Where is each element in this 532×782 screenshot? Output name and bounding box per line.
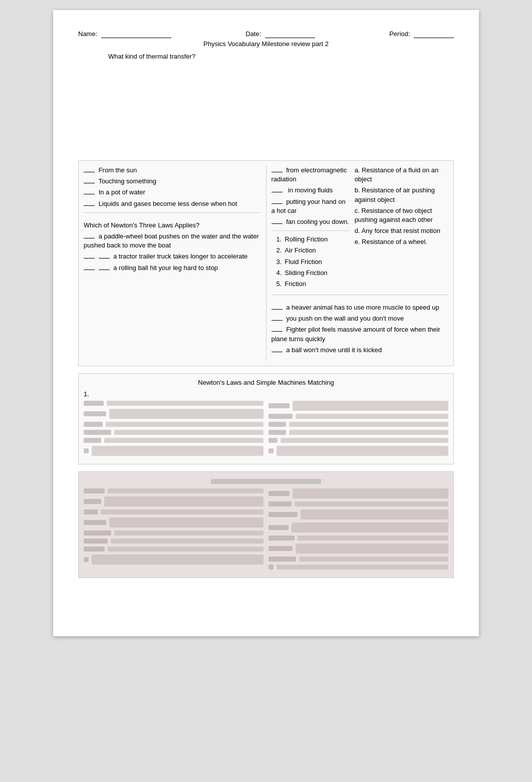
friction-numbered-list: 1. Rolling Friction 2. Air Friction 3. F… xyxy=(277,235,350,289)
thermal-items-right: from electromagnetic radiation in moving… xyxy=(272,166,350,226)
blurred-item xyxy=(84,531,263,536)
blurred-section-2 xyxy=(78,471,454,578)
list-item: 3. Fluid Friction xyxy=(277,257,350,267)
section-number: 1. xyxy=(84,390,448,398)
blurred-item xyxy=(269,509,448,519)
blurred-col-1 xyxy=(84,401,263,459)
newton-right: a heaver animal has to use more muscle t… xyxy=(272,299,449,361)
blurred-item xyxy=(269,501,448,506)
list-item: c. Resistance of two object pushing agai… xyxy=(355,206,448,224)
blurred-item xyxy=(269,536,448,541)
list-item: b. Resistance of air pushing against obj… xyxy=(355,186,448,204)
blurred-col-4 xyxy=(269,488,448,573)
divider xyxy=(272,295,449,295)
blurred-item xyxy=(84,438,263,443)
newton-heading: Which of Newton's Three Laws Applies? xyxy=(84,221,261,230)
newton-item: a heaver animal has to use more muscle t… xyxy=(272,303,449,312)
list-item: In a pot of water xyxy=(84,188,261,197)
list-item: putting your hand on a hot car xyxy=(272,197,350,215)
blurred-item xyxy=(84,409,263,419)
list-item: a. Resistance of a fluid on an object xyxy=(355,166,448,184)
matching-section-1: Newton's Laws and Simple Machines Matchi… xyxy=(78,373,454,464)
list-item: 1. Rolling Friction xyxy=(277,235,350,244)
blurred-item xyxy=(269,557,448,562)
date-label: Date: xyxy=(245,30,315,38)
right-column: from electromagnetic radiation in moving… xyxy=(267,166,449,361)
list-item: Touching something xyxy=(84,177,261,186)
blurred-item xyxy=(269,446,448,456)
blurred-item xyxy=(84,517,263,528)
blurred-item xyxy=(84,422,263,427)
newton-item: a paddle-wheel boat pushes on the water … xyxy=(84,232,261,250)
thermal-right-and-numbered: from electromagnetic radiation in moving… xyxy=(272,166,350,291)
header: Name: Date: Period: xyxy=(78,30,454,38)
intro-question: What kind of thermal transfer? xyxy=(108,53,454,60)
blurred-item xyxy=(84,430,263,435)
friction-section: from electromagnetic radiation in moving… xyxy=(272,166,449,291)
blurred-content-grid xyxy=(84,401,448,459)
list-item: d. Any force that resist motion xyxy=(355,226,448,235)
list-item: From the sun xyxy=(84,166,261,175)
newton-item: you push on the wall and you don't move xyxy=(272,314,449,323)
newton-item: a ball won't move until it is kicked xyxy=(272,346,449,355)
list-item: 5. Friction xyxy=(277,280,350,289)
main-section: From the sun Touching something In a pot… xyxy=(78,160,454,366)
blurred-item xyxy=(269,565,448,570)
blurred-item xyxy=(269,422,448,427)
blurred-item xyxy=(269,544,448,554)
blurred-section-title xyxy=(84,477,448,484)
blurred-item xyxy=(84,555,263,565)
blurred-item xyxy=(84,488,263,493)
blurred-item xyxy=(269,438,448,443)
blurred-item xyxy=(84,496,263,506)
page: Name: Date: Period: Physics Vocabulary M… xyxy=(53,10,479,636)
divider xyxy=(272,230,350,231)
thermal-items-left: From the sun Touching something In a pot… xyxy=(84,166,261,208)
blurred-item xyxy=(84,401,263,406)
list-item: 2. Air Friction xyxy=(277,246,350,255)
list-item: Liquids and gases become less dense when… xyxy=(84,199,261,208)
name-label: Name: xyxy=(78,30,171,38)
newton-item: Fighter pilot feels massive amount of fo… xyxy=(272,325,449,343)
divider xyxy=(84,212,261,213)
blurred-item xyxy=(269,401,448,411)
newton-item: a tractor trailer truck takes longer to … xyxy=(84,252,261,261)
blurred-item xyxy=(269,414,448,419)
blurred-col-3 xyxy=(84,488,263,573)
list-item: e. Resistance of a wheel. xyxy=(355,237,448,246)
blurred-item xyxy=(269,488,448,498)
blurred-item xyxy=(269,430,448,435)
period-label: Period: xyxy=(389,30,454,38)
list-item: fan cooling you down. xyxy=(272,217,350,226)
list-item: in moving fluids xyxy=(272,186,350,195)
blurred-item xyxy=(84,539,263,544)
blurred-item xyxy=(84,547,263,552)
left-column: From the sun Touching something In a pot… xyxy=(84,166,267,361)
page-title: Physics Vocabulary Milestone review part… xyxy=(78,40,454,48)
matching-title: Newton's Laws and Simple Machines Matchi… xyxy=(84,379,448,386)
two-col-layout: From the sun Touching something In a pot… xyxy=(84,166,448,361)
blurred-item xyxy=(269,523,448,533)
blurred-item xyxy=(84,446,263,456)
friction-letter-list: a. Resistance of a fluid on an object b.… xyxy=(355,166,448,291)
newton-item: a rolling ball hit your leg hard to stop xyxy=(84,264,261,273)
list-item: from electromagnetic radiation xyxy=(272,166,350,184)
blurred-content-grid-2 xyxy=(84,488,448,573)
blurred-item xyxy=(84,509,263,514)
list-item: 4. Sliding Friction xyxy=(277,269,350,278)
blurred-col-2 xyxy=(269,401,448,459)
newton-left: Which of Newton's Three Laws Applies? a … xyxy=(84,217,261,279)
